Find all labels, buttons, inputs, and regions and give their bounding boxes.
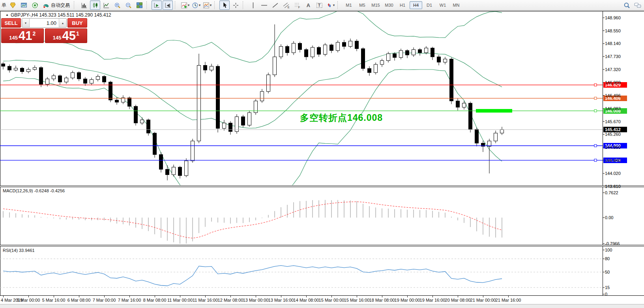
timeframe-m15[interactable]: M15 <box>369 1 382 9</box>
candle <box>248 111 251 127</box>
candle <box>399 49 403 59</box>
text-label-icon[interactable]: T <box>314 0 324 10</box>
new-order-icon[interactable] <box>7 0 18 10</box>
time-axis-tick <box>104 296 105 297</box>
time-axis-label: 18 Mar 08:00 <box>369 298 395 302</box>
horizontal-line-object[interactable] <box>0 97 603 100</box>
time-axis-tick <box>129 296 130 297</box>
chat-icon[interactable] <box>633 0 643 10</box>
one-click-trading-panel: SELL ▼ ▲ BUY 145412 145451 <box>1 18 87 43</box>
time-axis[interactable]: 4 Mar 20195 Mar 00:005 Mar 16:006 Mar 08… <box>0 295 644 304</box>
autotrading-icon <box>43 2 49 9</box>
toolbar-grip <box>74 1 77 9</box>
horizontal-line-object[interactable] <box>0 159 603 162</box>
candle <box>14 66 18 71</box>
zoom-in-icon[interactable] <box>112 0 122 10</box>
arrows-icon[interactable]: ▾ <box>325 0 335 10</box>
time-axis-label: 19 Mar 16:00 <box>420 298 446 302</box>
candle <box>90 78 94 85</box>
cursor-icon[interactable] <box>219 0 230 10</box>
zoom-out-icon[interactable] <box>123 0 133 10</box>
time-axis-tick <box>54 296 54 297</box>
periods-icon[interactable]: ▾ <box>191 0 201 10</box>
buy-button[interactable]: BUY <box>67 18 87 28</box>
time-axis-label: 20 Mar 08:00 <box>445 298 471 302</box>
vertical-line-icon[interactable] <box>248 0 258 10</box>
one-click-panel-toggle-icon[interactable]: ▲ <box>6 13 9 17</box>
time-axis-label: 13 Mar 16:00 <box>268 298 294 302</box>
volume-decrease-button[interactable]: ▼ <box>22 19 30 27</box>
trendline-icon[interactable] <box>270 0 280 10</box>
timeframe-w1[interactable]: W1 <box>436 1 449 9</box>
equidistant-channel-icon[interactable]: E <box>281 0 291 10</box>
main-chart-panel <box>0 11 644 186</box>
candle <box>368 66 371 76</box>
fibonacci-icon[interactable]: F <box>292 0 302 10</box>
tile-windows-icon[interactable] <box>134 0 144 10</box>
buy-price-panel[interactable]: 145451 <box>45 28 88 43</box>
time-axis-tick <box>382 296 382 297</box>
timeframe-m1[interactable]: M1 <box>343 1 355 9</box>
time-axis-label: 21 Mar 00:00 <box>470 298 496 302</box>
time-axis-label: 5 Mar 16:00 <box>42 298 66 302</box>
candle <box>58 75 62 85</box>
horizontal-line-object[interactable] <box>0 84 603 86</box>
candle <box>393 53 397 61</box>
volume-input[interactable] <box>30 19 59 27</box>
horizontal-line-icon[interactable] <box>259 0 269 10</box>
candle <box>166 165 169 180</box>
candle <box>96 75 100 82</box>
autotrading-button[interactable]: 自动交易 <box>40 1 72 9</box>
candle <box>204 62 207 73</box>
candle <box>77 71 81 81</box>
candle <box>462 101 466 110</box>
sell-button[interactable]: SELL <box>1 18 21 28</box>
candle <box>444 57 447 64</box>
horizontal-line-object[interactable] <box>0 145 603 147</box>
time-axis-label: 7 Mar 16:00 <box>118 298 141 302</box>
search-icon[interactable] <box>622 0 632 10</box>
strategy-tester-icon[interactable] <box>30 0 40 10</box>
chart-shift-icon[interactable] <box>163 0 173 10</box>
timeframe-m5[interactable]: M5 <box>356 1 369 9</box>
time-axis-tick <box>180 296 180 297</box>
toolbar-grip <box>175 1 178 9</box>
svg-text:T: T <box>318 3 320 8</box>
candle <box>210 64 213 72</box>
timeframe-h4[interactable]: H4 <box>410 1 422 9</box>
candle <box>27 68 30 73</box>
time-axis-tick <box>256 296 256 297</box>
toolbar-grip <box>243 1 246 9</box>
time-axis-label: 15 Mar 16:00 <box>344 298 370 302</box>
crosshair-icon[interactable] <box>230 0 241 10</box>
new-order-label[interactable]: 单 <box>2 2 6 9</box>
timeframe-m30[interactable]: M30 <box>383 1 395 9</box>
timeframe-d1[interactable]: D1 <box>423 1 436 9</box>
timeframe-mn[interactable]: MN <box>450 1 462 9</box>
timeframe-h1[interactable]: H1 <box>396 1 409 9</box>
highlight-rectangle-object <box>476 109 512 113</box>
status-strip <box>0 304 644 308</box>
charts-window-icon[interactable] <box>19 0 29 10</box>
volume-increase-button[interactable]: ▲ <box>59 19 66 27</box>
candle <box>8 64 11 73</box>
indicators-icon[interactable]: ▾ <box>180 0 190 10</box>
candle <box>172 165 176 177</box>
time-axis-label: 6 Mar 08:00 <box>67 298 91 302</box>
time-axis-label: 21 Mar 16:00 <box>496 298 521 302</box>
time-axis-tick <box>230 296 231 297</box>
text-icon[interactable]: A <box>303 0 313 10</box>
auto-scroll-icon[interactable] <box>152 0 162 10</box>
candlestick-mode-icon[interactable] <box>90 0 100 10</box>
candle <box>242 115 245 128</box>
candle <box>311 45 315 59</box>
bar-chart-mode-icon[interactable] <box>79 0 89 10</box>
candle <box>456 98 460 110</box>
line-chart-mode-icon[interactable] <box>101 0 111 10</box>
time-axis-tick <box>407 296 408 297</box>
sell-price-panel[interactable]: 145412 <box>1 28 44 43</box>
buy-pips: 45 <box>62 30 75 42</box>
time-axis-tick <box>483 296 483 297</box>
templates-icon[interactable]: ▾ <box>202 0 212 10</box>
time-axis-tick <box>331 296 332 297</box>
